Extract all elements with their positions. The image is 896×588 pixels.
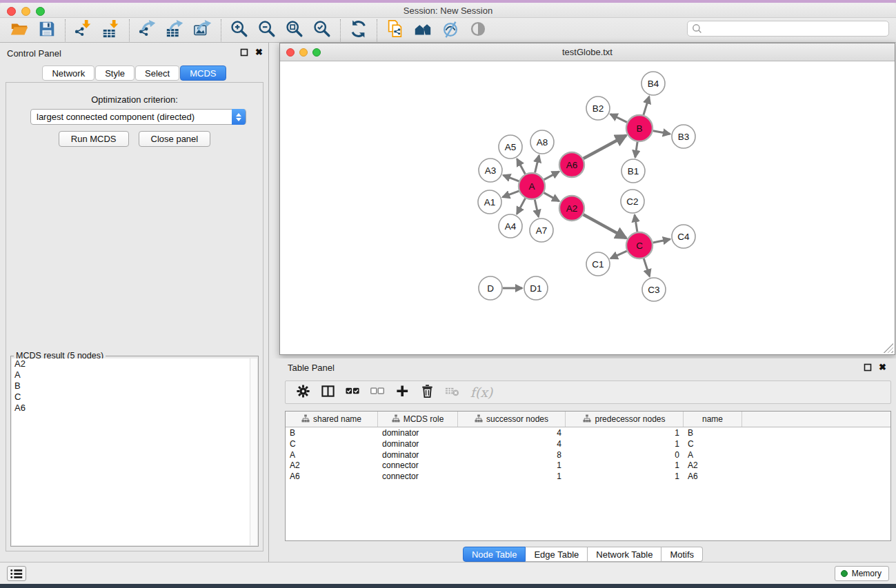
float-table-panel-icon[interactable] — [864, 363, 872, 372]
result-scrollbar[interactable] — [250, 358, 257, 545]
import-table-button[interactable] — [97, 19, 125, 42]
tab-select[interactable]: Select — [135, 65, 179, 81]
edge-B-B1[interactable] — [635, 142, 637, 157]
edge-A-A2[interactable] — [544, 193, 559, 201]
cell-predecessor-nodes[interactable]: 0 — [566, 449, 684, 460]
edge-A-A7[interactable] — [535, 200, 538, 217]
tab-mcds[interactable]: MCDS — [180, 65, 226, 81]
cell-name[interactable]: A2 — [684, 460, 742, 471]
window-resize-grip[interactable] — [884, 343, 893, 353]
cell-MCDS-role[interactable]: connector — [378, 471, 458, 482]
split-columns-button[interactable] — [317, 383, 338, 402]
cell-successor-nodes[interactable]: 4 — [458, 438, 566, 449]
tab-network-table[interactable]: Network Table — [588, 547, 661, 562]
column-header-predecessor-nodes[interactable]: predecessor nodes — [566, 412, 684, 427]
zoom-fit-button[interactable] — [281, 19, 308, 42]
cell-MCDS-role[interactable]: dominator — [378, 427, 458, 438]
float-panel-icon[interactable] — [240, 48, 248, 57]
cell-shared-name[interactable]: A2 — [286, 460, 378, 471]
cell-shared-name[interactable]: A — [286, 449, 378, 460]
cell-shared-name[interactable]: A6 — [286, 471, 378, 482]
table-row[interactable]: Cdominator41C — [286, 438, 890, 449]
import-network-button[interactable] — [70, 19, 97, 42]
edge-C-C2[interactable] — [635, 215, 637, 232]
close-panel-button[interactable]: Close panel — [139, 131, 211, 147]
edge-C-C1[interactable] — [610, 251, 627, 258]
save-session-button[interactable] — [33, 19, 61, 42]
duplicate-network-button[interactable] — [381, 19, 409, 42]
column-header-name[interactable]: name — [684, 412, 742, 427]
edge-B-B4[interactable] — [644, 97, 649, 115]
mcds-result-item[interactable]: A — [12, 369, 250, 381]
table-row[interactable]: A6connector11A6 — [286, 471, 890, 482]
cell-successor-nodes[interactable]: 1 — [458, 471, 566, 482]
tab-node-table[interactable]: Node Table — [463, 547, 526, 562]
edge-A-A1[interactable] — [503, 191, 519, 197]
cell-name[interactable]: B — [684, 427, 742, 438]
edge-B-B3[interactable] — [653, 131, 670, 134]
mcds-result-item[interactable]: A6 — [12, 403, 250, 414]
cell-MCDS-role[interactable]: connector — [378, 460, 458, 471]
table-row[interactable]: Bdominator41B — [286, 427, 890, 438]
tab-motifs[interactable]: Motifs — [661, 547, 703, 562]
gear-button[interactable] — [292, 383, 313, 402]
cell-predecessor-nodes[interactable]: 1 — [566, 460, 684, 471]
run-mcds-button[interactable]: Run MCDS — [59, 131, 129, 147]
cell-successor-nodes[interactable]: 4 — [458, 427, 566, 438]
refresh-button[interactable] — [345, 19, 372, 42]
cell-name[interactable]: A — [684, 449, 742, 460]
cell-successor-nodes[interactable]: 8 — [458, 449, 566, 460]
zoom-out-button[interactable] — [253, 19, 281, 42]
home-layout-button[interactable] — [409, 19, 437, 42]
cell-MCDS-role[interactable]: dominator — [378, 438, 458, 449]
network-canvas[interactable]: B4B2BB3A8A5A6A3B1AA1C2A2A4A7C4CC1C3DD1 — [280, 61, 895, 354]
edge-A-A5[interactable] — [517, 159, 526, 174]
edge-B-B2[interactable] — [610, 114, 627, 123]
cell-name[interactable]: A6 — [684, 471, 742, 482]
edge-A-A8[interactable] — [535, 155, 539, 172]
column-header-shared-name[interactable]: shared name — [286, 412, 378, 427]
open-session-button[interactable] — [6, 19, 33, 42]
app-titlebar[interactable]: Session: New Session — [0, 3, 896, 18]
search-input[interactable] — [687, 21, 889, 37]
delete-button[interactable] — [417, 383, 437, 402]
close-panel-icon[interactable]: ✖ — [255, 48, 263, 57]
export-table-button[interactable] — [161, 19, 189, 42]
table-row[interactable]: Adominator80A — [286, 449, 890, 460]
criterion-select[interactable]: largest connected component (directed) — [30, 109, 246, 125]
tab-network[interactable]: Network — [42, 65, 94, 81]
table-row[interactable]: A2connector11A2 — [286, 460, 890, 471]
select-all-button[interactable] — [342, 383, 363, 402]
tab-edge-table[interactable]: Edge Table — [526, 547, 588, 562]
cell-shared-name[interactable]: B — [286, 427, 378, 438]
edge-A6-B[interactable] — [584, 135, 626, 158]
mcds-result-item[interactable]: A2 — [12, 358, 250, 369]
deselect-all-button[interactable] — [367, 383, 388, 402]
add-column-button[interactable] — [392, 383, 412, 402]
cell-predecessor-nodes[interactable]: 1 — [566, 438, 684, 449]
edge-C-C4[interactable] — [653, 239, 670, 243]
task-history-button[interactable] — [7, 566, 26, 581]
tab-style[interactable]: Style — [95, 65, 135, 81]
cell-predecessor-nodes[interactable]: 1 — [566, 471, 684, 482]
network-window-titlebar[interactable]: testGlobe.txt — [280, 43, 895, 61]
cell-successor-nodes[interactable]: 1 — [458, 460, 566, 471]
mcds-result-item[interactable]: B — [12, 381, 250, 392]
edge-A-A6[interactable] — [544, 172, 559, 180]
edge-A-A4[interactable] — [517, 199, 525, 214]
cell-name[interactable]: C — [684, 438, 742, 449]
cell-MCDS-role[interactable]: dominator — [378, 449, 458, 460]
memory-button[interactable]: Memory — [835, 566, 889, 581]
cell-shared-name[interactable]: C — [286, 438, 378, 449]
mcds-result-list[interactable]: A2ABCA6 — [12, 358, 250, 545]
edge-A2-C[interactable] — [584, 214, 626, 238]
close-table-panel-icon[interactable]: ✖ — [879, 363, 886, 372]
column-header-successor-nodes[interactable]: successor nodes — [458, 412, 566, 427]
show-details-button[interactable] — [464, 19, 492, 42]
zoom-in-button[interactable] — [226, 19, 253, 42]
column-header-MCDS-role[interactable]: MCDS role — [378, 412, 458, 427]
export-network-button[interactable] — [134, 19, 161, 42]
edge-C-C3[interactable] — [644, 258, 650, 276]
mcds-result-item[interactable]: C — [12, 392, 250, 403]
cell-predecessor-nodes[interactable]: 1 — [566, 427, 684, 438]
